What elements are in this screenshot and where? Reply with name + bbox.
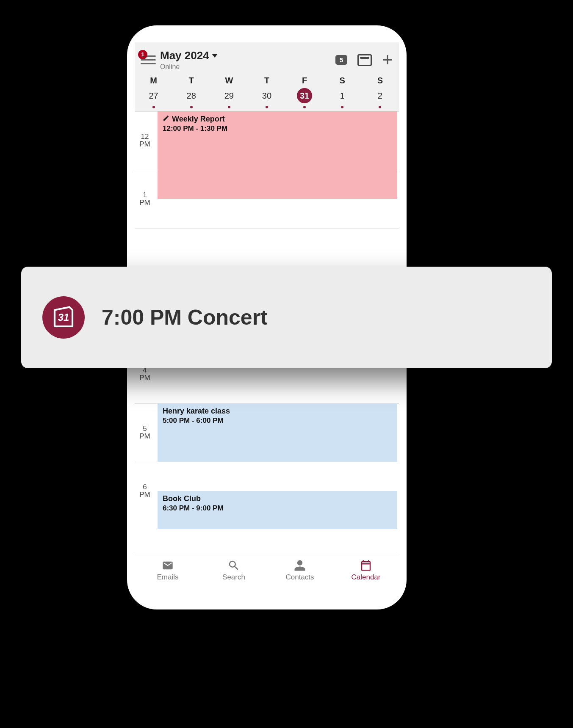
nav-label: Calendar bbox=[352, 573, 381, 582]
status-text: Online bbox=[160, 63, 335, 71]
event-title: Weekly Report bbox=[172, 115, 225, 124]
event-dot-icon bbox=[266, 106, 268, 108]
svg-text:31: 31 bbox=[58, 312, 69, 323]
hour-label: 1PM bbox=[135, 191, 155, 207]
nav-item-calendar[interactable]: Calendar bbox=[333, 560, 399, 582]
calendar-event[interactable]: Henry karate class5:00 PM - 6:00 PM bbox=[158, 403, 397, 462]
day-number[interactable]: 1 bbox=[335, 88, 350, 103]
day-letter: T bbox=[264, 76, 269, 85]
nav-item-emails[interactable]: Emails bbox=[135, 560, 201, 582]
event-time: 12:00 PM - 1:30 PM bbox=[163, 124, 392, 133]
header: 1 May 2024 Online 5 + M27T28W29T30F31S1S… bbox=[135, 42, 399, 111]
event-time: 6:30 PM - 9:00 PM bbox=[163, 504, 392, 513]
day-number[interactable]: 2 bbox=[372, 88, 388, 103]
nav-label: Emails bbox=[157, 573, 178, 582]
notification-banner[interactable]: 31 7:00 PM Concert bbox=[21, 267, 552, 368]
calendar-app-icon: 31 bbox=[42, 296, 85, 339]
event-dot-icon bbox=[190, 106, 193, 108]
day-number[interactable]: 27 bbox=[146, 88, 161, 103]
week-day-col[interactable]: S2 bbox=[361, 76, 399, 108]
hour-label: 5PM bbox=[135, 425, 155, 441]
day-letter: W bbox=[225, 76, 233, 85]
person-icon bbox=[293, 560, 307, 571]
event-dot-icon bbox=[228, 106, 230, 108]
day-count-badge[interactable]: 5 bbox=[335, 55, 347, 65]
week-day-col[interactable]: M27 bbox=[135, 76, 172, 108]
calendar-event[interactable]: Book Club6:30 PM - 9:00 PM bbox=[158, 491, 397, 529]
day-letter: S bbox=[377, 76, 383, 85]
calendar-event[interactable]: Weekly Report12:00 PM - 1:30 PM bbox=[158, 111, 397, 199]
view-toggle-icon[interactable] bbox=[357, 54, 372, 66]
day-number[interactable]: 30 bbox=[259, 88, 274, 103]
bottom-nav: EmailsSearchContactsCalendar bbox=[135, 555, 399, 584]
hour-label: 6PM bbox=[135, 483, 155, 499]
day-number[interactable]: 28 bbox=[184, 88, 199, 103]
event-dot-icon bbox=[303, 106, 306, 108]
day-letter: F bbox=[302, 76, 307, 85]
week-day-col[interactable]: T30 bbox=[248, 76, 285, 108]
event-time: 5:00 PM - 6:00 PM bbox=[163, 416, 392, 425]
title-block[interactable]: May 2024 Online bbox=[160, 49, 335, 71]
pencil-icon bbox=[163, 115, 169, 124]
chevron-down-icon bbox=[212, 54, 218, 58]
day-number[interactable]: 29 bbox=[221, 88, 237, 103]
week-day-col[interactable]: T28 bbox=[172, 76, 210, 108]
header-top: 1 May 2024 Online 5 + bbox=[135, 42, 399, 73]
week-day-col[interactable]: S1 bbox=[324, 76, 361, 108]
event-title: Book Club bbox=[163, 494, 201, 503]
week-header: M27T28W29T30F31S1S2 bbox=[135, 73, 399, 108]
day-number[interactable]: 31 bbox=[297, 88, 312, 103]
menu-icon[interactable]: 1 bbox=[141, 52, 156, 68]
week-day-col[interactable]: W29 bbox=[210, 76, 248, 108]
page-title: May 2024 bbox=[160, 49, 209, 62]
event-dot-icon bbox=[152, 106, 155, 108]
nav-item-contacts[interactable]: Contacts bbox=[267, 560, 333, 582]
add-event-button[interactable]: + bbox=[382, 54, 393, 65]
header-actions: 5 + bbox=[335, 54, 393, 66]
notification-text: 7:00 PM Concert bbox=[102, 305, 268, 330]
day-letter: S bbox=[340, 76, 345, 85]
event-dot-icon bbox=[379, 106, 381, 108]
nav-label: Search bbox=[222, 573, 245, 582]
nav-item-search[interactable]: Search bbox=[201, 560, 267, 582]
search-icon bbox=[227, 560, 241, 571]
day-letter: T bbox=[189, 76, 194, 85]
event-dot-icon bbox=[341, 106, 343, 108]
hour-label: 12PM bbox=[135, 133, 155, 149]
day-letter: M bbox=[150, 76, 157, 85]
mail-icon bbox=[161, 560, 175, 571]
nav-label: Contacts bbox=[285, 573, 314, 582]
menu-badge: 1 bbox=[138, 50, 147, 59]
week-day-col[interactable]: F31 bbox=[286, 76, 324, 108]
hour-label: 4PM bbox=[135, 367, 155, 382]
event-title: Henry karate class bbox=[163, 407, 230, 416]
calendar-icon bbox=[359, 560, 373, 571]
